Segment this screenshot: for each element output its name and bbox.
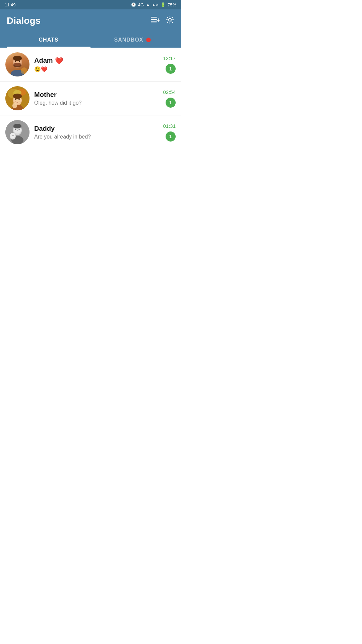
svg-point-10 [13,56,22,61]
svg-rect-4 [157,20,160,21]
status-bar: 11:49 🕐 4G ▲ ▲✕ 🔋 75% [0,0,181,9]
new-chat-button[interactable] [151,16,160,25]
header-top: Dialogs [7,15,174,26]
chat-item-mother[interactable]: Mother Oleg, how did it go? 02:54 1 [0,82,181,115]
signal-icon: ▲ [146,2,150,7]
unread-badge-mother: 1 [166,98,176,108]
chat-preview-mother: Oleg, how did it go? [34,100,81,106]
chat-name-mother: Mother [34,91,57,99]
header-actions [151,15,174,26]
svg-point-24 [18,99,20,100]
new-chat-icon [151,16,160,23]
tab-sandbox[interactable]: SANDBOX [90,32,174,48]
chat-list: Adam ❤️ 😉❤️ 12:17 1 [0,48,181,149]
chat-time-adam: 12:17 [163,55,176,61]
svg-point-26 [12,103,17,108]
svg-point-30 [13,124,21,128]
settings-icon [166,15,174,24]
chat-info-adam: Adam ❤️ 😉❤️ [34,57,158,72]
chat-meta-mother: 02:54 1 [163,89,176,108]
svg-point-15 [21,67,27,74]
chat-preview-adam: 😉❤️ [34,66,48,72]
svg-rect-0 [151,17,157,18]
svg-point-33 [17,130,18,131]
svg-point-32 [18,128,20,130]
unread-badge-daddy: 1 [166,131,176,142]
avatar-daddy [5,120,29,144]
battery-icon: 🔋 [161,2,166,7]
chat-time-daddy: 01:31 [163,123,176,129]
svg-point-31 [15,128,16,130]
svg-rect-2 [151,21,157,22]
svg-point-23 [15,99,16,100]
chat-info-mother: Mother Oleg, how did it go? [34,91,158,106]
avatar-adam [5,52,29,76]
avatar-daddy-svg [5,120,29,144]
svg-rect-1 [151,19,157,20]
chat-meta-daddy: 01:31 1 [163,123,176,142]
alarm-icon: 🕐 [131,2,136,7]
chat-name-adam: Adam [34,57,53,64]
chat-preview-daddy: Are you already in bed? [34,134,91,140]
svg-point-13 [17,63,18,63]
tab-chats[interactable]: CHATS [7,32,90,48]
chat-time-mother: 02:54 [163,89,176,95]
signal-x-icon: ▲✕ [152,3,159,7]
status-time: 11:49 [5,2,16,7]
unread-badge-adam: 1 [166,64,176,74]
network-label: 4G [138,2,144,7]
avatar-mother-svg [5,86,29,110]
page-title: Dialogs [7,15,41,26]
sandbox-notification-dot [146,38,151,42]
header: Dialogs CHATS [0,9,181,48]
settings-button[interactable] [166,15,174,26]
chat-item-adam[interactable]: Adam ❤️ 😉❤️ 12:17 1 [0,48,181,82]
svg-point-5 [169,18,171,21]
chat-item-daddy[interactable]: Daddy Are you already in bed? 01:31 1 [0,115,181,149]
svg-point-11 [15,61,16,62]
tabs-bar: CHATS SANDBOX [7,32,174,48]
avatar-mother [5,86,29,110]
svg-point-12 [19,61,20,62]
chat-meta-adam: 12:17 1 [163,55,176,74]
battery-percent: 75% [168,2,176,7]
chat-name-daddy: Daddy [34,125,55,132]
chat-name-emoji-adam: ❤️ [55,57,63,65]
status-icons: 🕐 4G ▲ ▲✕ 🔋 75% [131,2,176,7]
avatar-adam-svg [5,52,29,76]
chat-info-daddy: Daddy Are you already in bed? [34,125,158,140]
svg-point-22 [13,94,22,99]
